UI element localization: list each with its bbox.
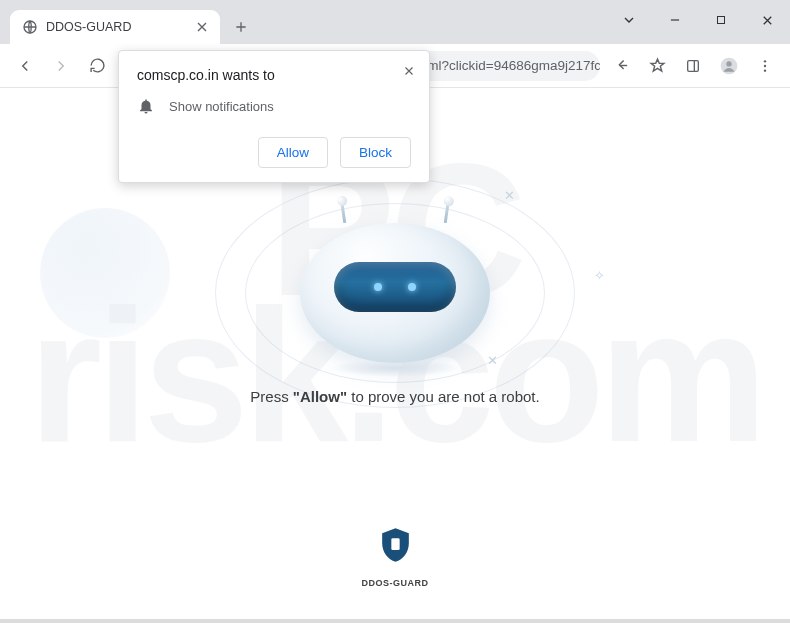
robot-illustration <box>300 223 490 363</box>
svg-point-4 <box>726 61 731 66</box>
frame-border <box>0 619 790 623</box>
chevron-down-icon[interactable] <box>612 6 646 34</box>
forward-button[interactable] <box>46 51 76 81</box>
popup-title: comscp.co.in wants to <box>137 67 411 83</box>
minimize-button[interactable] <box>658 6 692 34</box>
brand-badge: DDOS-GUARD <box>362 522 429 588</box>
sparkle-icon: ✕ <box>504 188 515 203</box>
decorative-circle <box>40 208 170 338</box>
sparkle-icon: ✧ <box>594 268 605 283</box>
permission-label: Show notifications <box>169 99 274 114</box>
close-window-button[interactable] <box>750 6 784 34</box>
close-icon <box>402 64 416 78</box>
svg-point-7 <box>764 69 766 71</box>
popup-permission-row: Show notifications <box>137 97 411 115</box>
svg-point-5 <box>764 60 766 62</box>
bell-icon <box>137 97 155 115</box>
instruction-text: Press "Allow" to prove you are not a rob… <box>0 388 790 405</box>
close-popup-button[interactable] <box>399 61 419 81</box>
block-button[interactable]: Block <box>340 137 411 168</box>
globe-icon <box>22 19 38 35</box>
menu-icon[interactable] <box>750 51 780 81</box>
reload-button[interactable] <box>82 51 112 81</box>
bookmark-icon[interactable] <box>642 51 672 81</box>
maximize-button[interactable] <box>704 6 738 34</box>
svg-rect-8 <box>391 538 399 550</box>
notification-permission-popup: comscp.co.in wants to Show notifications… <box>118 50 430 183</box>
allow-button[interactable]: Allow <box>258 137 328 168</box>
new-tab-button[interactable] <box>226 12 256 42</box>
side-panel-icon[interactable] <box>678 51 708 81</box>
svg-rect-2 <box>688 60 699 71</box>
profile-icon[interactable] <box>714 51 744 81</box>
shield-icon <box>375 522 415 568</box>
close-tab-icon[interactable] <box>194 19 210 35</box>
sparkle-icon: ✕ <box>487 353 498 368</box>
tab-title: DDOS-GUARD <box>46 20 186 34</box>
browser-titlebar: DDOS-GUARD <box>0 0 790 44</box>
browser-tab[interactable]: DDOS-GUARD <box>10 10 220 44</box>
svg-rect-1 <box>718 17 725 24</box>
brand-label: DDOS-GUARD <box>362 578 429 588</box>
share-icon[interactable] <box>606 51 636 81</box>
svg-point-6 <box>764 64 766 66</box>
back-button[interactable] <box>10 51 40 81</box>
window-controls <box>612 6 784 34</box>
